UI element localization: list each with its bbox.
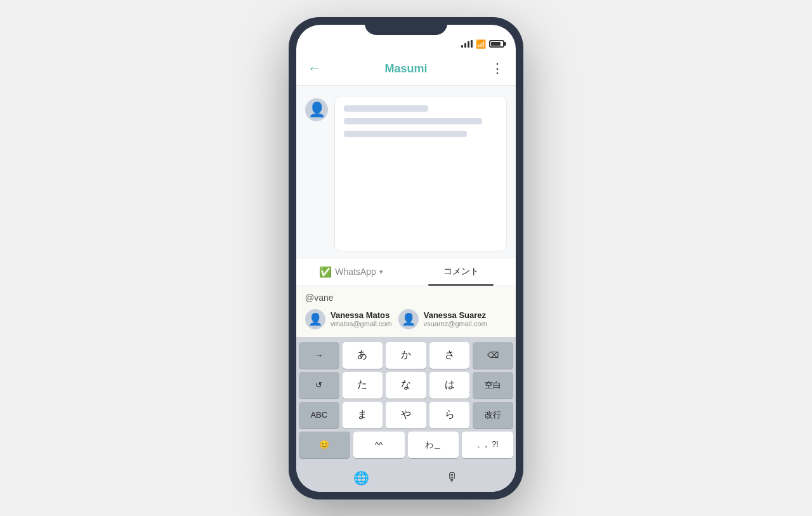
key-arrow[interactable]: →	[299, 342, 339, 369]
user-avatar-2: 👤	[398, 309, 419, 329]
keyboard-row-4: 😊 ^^ わ＿ 、。?!	[299, 432, 513, 458]
key-na[interactable]: な	[386, 372, 426, 399]
mention-user-1[interactable]: 👤 Vanessa Matos vmatos@gmail.com	[305, 309, 392, 329]
key-enter[interactable]: 改行	[473, 402, 513, 428]
chevron-down-icon: ▾	[379, 268, 383, 276]
keyboard-row-3: ABC ま や ら 改行	[299, 402, 513, 428]
key-punct[interactable]: 、。?!	[462, 432, 513, 458]
skeleton-line-1	[344, 105, 428, 112]
key-a[interactable]: あ	[343, 342, 383, 369]
message-area: 👤	[296, 86, 516, 258]
mention-area: @vane 👤 Vanessa Matos vmatos@gmail.com 👤	[296, 286, 516, 337]
tab-whatsapp[interactable]: ✅ WhatsApp ▾	[296, 258, 406, 286]
notch	[365, 17, 447, 35]
user-avatar-1: 👤	[305, 309, 325, 329]
key-abc[interactable]: ABC	[299, 402, 339, 428]
mention-suggestions: 👤 Vanessa Matos vmatos@gmail.com 👤 Vanes…	[305, 309, 507, 329]
mention-user-2[interactable]: 👤 Vanessa Suarez vsuarez@gmail.com	[398, 309, 487, 329]
tab-comment[interactable]: コメント	[406, 258, 516, 286]
key-ma[interactable]: ま	[343, 402, 383, 428]
header-title: Masumi	[384, 62, 427, 76]
key-emoji[interactable]: 😊	[299, 432, 350, 458]
wifi-icon: 📶	[476, 39, 486, 49]
menu-button[interactable]: ⋮	[490, 60, 504, 77]
globe-icon[interactable]: 🌐	[353, 470, 369, 486]
user-info-1: Vanessa Matos vmatos@gmail.com	[331, 310, 392, 327]
key-sa[interactable]: さ	[429, 342, 470, 369]
message-bubble	[334, 96, 507, 251]
avatar: 👤	[305, 98, 328, 121]
user-email-2: vsuarez@gmail.com	[424, 320, 487, 327]
avatar-icon: 👤	[308, 102, 325, 118]
header: ← Masumi ⋮	[296, 53, 516, 86]
user-avatar-icon-1: 👤	[308, 312, 322, 326]
key-ya[interactable]: や	[386, 402, 426, 428]
key-ta[interactable]: た	[343, 372, 383, 399]
user-email-1: vmatos@gmail.com	[331, 320, 392, 327]
mic-icon[interactable]: 🎙	[446, 470, 459, 485]
user-avatar-icon-2: 👤	[402, 312, 416, 326]
skeleton-line-3	[344, 131, 467, 137]
key-ra[interactable]: ら	[429, 402, 470, 428]
status-icons: 📶	[461, 39, 504, 49]
user-name-1: Vanessa Matos	[331, 310, 392, 320]
user-name-2: Vanessa Suarez	[424, 310, 487, 320]
battery-icon	[489, 40, 504, 48]
back-button[interactable]: ←	[308, 60, 322, 77]
user-info-2: Vanessa Suarez vsuarez@gmail.com	[424, 310, 487, 327]
bottom-bar: 🌐 🎙	[296, 464, 516, 492]
phone-screen: 📶 ← Masumi ⋮ 👤 ✅	[296, 25, 516, 492]
tab-whatsapp-label: WhatsApp	[335, 267, 376, 277]
tab-comment-label: コメント	[443, 266, 479, 277]
keyboard-row-2: ↺ た な は 空白	[299, 372, 513, 399]
key-caret[interactable]: ^^	[353, 432, 405, 458]
key-backspace[interactable]: ⌫	[473, 342, 513, 369]
key-space[interactable]: 空白	[473, 372, 513, 399]
key-ka[interactable]: か	[386, 342, 426, 369]
mention-query: @vane	[305, 293, 507, 303]
whatsapp-logo-icon: ✅	[319, 266, 332, 278]
tab-bar: ✅ WhatsApp ▾ コメント	[296, 258, 516, 286]
key-wa[interactable]: わ＿	[408, 432, 459, 458]
signal-icon	[461, 40, 473, 48]
phone-frame: 📶 ← Masumi ⋮ 👤 ✅	[289, 17, 523, 499]
key-undo[interactable]: ↺	[299, 372, 339, 399]
keyboard-row-1: → あ か さ ⌫	[299, 342, 513, 369]
key-ha[interactable]: は	[429, 372, 470, 399]
skeleton-line-2	[344, 118, 482, 124]
keyboard: → あ か さ ⌫ ↺ た な は 空白 ABC ま や ら 改行	[296, 337, 516, 464]
